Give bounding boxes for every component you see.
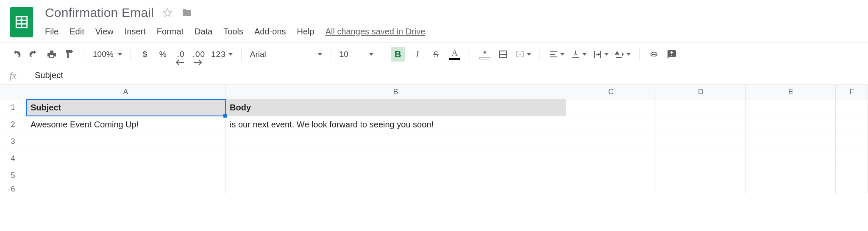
cell-B4[interactable] xyxy=(225,150,566,167)
borders-button[interactable] xyxy=(497,47,509,62)
chevron-down-icon xyxy=(228,53,233,56)
cell-C5[interactable] xyxy=(566,167,656,184)
column-header-D[interactable]: D xyxy=(656,85,746,99)
cell-C6[interactable] xyxy=(566,184,656,194)
cell-A5[interactable] xyxy=(26,167,225,184)
text-rotation-button[interactable] xyxy=(615,47,631,62)
insert-comment-button[interactable] xyxy=(666,47,678,62)
merge-cells-button[interactable] xyxy=(515,47,531,62)
row-header-6[interactable]: 6 xyxy=(0,184,26,194)
cell-D5[interactable] xyxy=(656,167,746,184)
column-header-A[interactable]: A xyxy=(26,85,225,99)
cell-C4[interactable] xyxy=(566,150,656,167)
cell-E3[interactable] xyxy=(746,133,836,150)
column-header-B[interactable]: B xyxy=(225,85,566,99)
print-icon[interactable] xyxy=(46,47,58,62)
cell-E5[interactable] xyxy=(746,167,836,184)
zoom-picker[interactable]: 100% xyxy=(93,50,122,59)
insert-link-button[interactable] xyxy=(648,47,660,62)
menu-addons[interactable]: Add-ons xyxy=(254,27,286,37)
toolbar: 100% $ % .0 .00 123 Arial 10 B I S A xyxy=(0,42,868,66)
increase-decimals-button[interactable]: .00 xyxy=(193,47,205,62)
cell-E1[interactable] xyxy=(746,99,836,116)
cell-F6[interactable] xyxy=(836,184,868,194)
menu-view[interactable]: View xyxy=(95,27,114,37)
chevron-down-icon xyxy=(626,53,631,56)
cell-D4[interactable] xyxy=(656,150,746,167)
document-title[interactable]: Confirmation Email xyxy=(45,6,154,20)
cell-E4[interactable] xyxy=(746,150,836,167)
cell-E6[interactable] xyxy=(746,184,836,194)
font-size-picker[interactable]: 10 xyxy=(339,50,373,59)
vertical-align-button[interactable] xyxy=(570,47,587,62)
row-header-3[interactable]: 3 xyxy=(0,133,26,150)
cell-A2[interactable]: Awesome Event Coming Up! xyxy=(26,116,225,133)
cell-C3[interactable] xyxy=(566,133,656,150)
menu-data[interactable]: Data xyxy=(195,27,212,37)
horizontal-align-button[interactable] xyxy=(548,47,565,62)
cell-C1[interactable] xyxy=(566,99,656,116)
cell-F5[interactable] xyxy=(836,167,868,184)
cell-A6[interactable] xyxy=(26,184,225,194)
cell-A1[interactable]: Subject xyxy=(26,99,225,116)
cell-D3[interactable] xyxy=(656,133,746,150)
cell-A3[interactable] xyxy=(26,133,225,150)
undo-icon[interactable] xyxy=(10,47,22,62)
italic-button[interactable]: I xyxy=(411,47,424,62)
text-color-button[interactable]: A xyxy=(448,48,461,60)
menu-insert[interactable]: Insert xyxy=(125,27,146,37)
row-header-2[interactable]: 2 xyxy=(0,116,26,133)
save-status[interactable]: All changes saved in Drive xyxy=(326,27,426,37)
separator xyxy=(540,48,540,61)
cell-F1[interactable] xyxy=(836,99,868,116)
sheets-app-icon xyxy=(10,7,33,37)
menu-tools[interactable]: Tools xyxy=(223,27,243,37)
separator xyxy=(382,48,382,61)
select-all-corner[interactable] xyxy=(0,85,26,99)
star-icon[interactable] xyxy=(161,7,173,19)
cell-F4[interactable] xyxy=(836,150,868,167)
formula-bar: fx Subject xyxy=(0,66,868,85)
currency-button[interactable]: $ xyxy=(139,47,151,62)
cell-A4[interactable] xyxy=(26,150,225,167)
cell-F3[interactable] xyxy=(836,133,868,150)
svg-rect-5 xyxy=(671,51,672,54)
row-header-1[interactable]: 1 xyxy=(0,99,26,116)
fill-color-button[interactable] xyxy=(479,49,491,59)
cell-D6[interactable] xyxy=(656,184,746,194)
paint-format-icon[interactable] xyxy=(64,47,75,62)
menu-file[interactable]: File xyxy=(45,27,58,37)
zoom-value: 100% xyxy=(93,50,114,59)
formula-content[interactable]: Subject xyxy=(26,70,63,80)
menu-help[interactable]: Help xyxy=(297,27,314,37)
font-picker[interactable]: Arial xyxy=(250,50,322,59)
text-wrap-button[interactable] xyxy=(593,47,609,62)
separator xyxy=(639,48,640,61)
bold-button[interactable]: B xyxy=(391,47,405,62)
cell-B5[interactable] xyxy=(225,167,566,184)
cell-D1[interactable] xyxy=(656,99,746,116)
menu-format[interactable]: Format xyxy=(157,27,184,37)
row-header-4[interactable]: 4 xyxy=(0,150,26,167)
cell-B2[interactable]: is our next event. We look forward to se… xyxy=(225,116,566,133)
cell-D2[interactable] xyxy=(656,116,746,133)
cell-B6[interactable] xyxy=(225,184,566,194)
move-folder-icon[interactable] xyxy=(181,7,193,19)
chevron-down-icon xyxy=(604,53,609,56)
percent-button[interactable]: % xyxy=(157,47,169,62)
column-header-C[interactable]: C xyxy=(566,85,656,99)
number-format-picker[interactable]: 123 xyxy=(211,47,233,62)
cell-C2[interactable] xyxy=(566,116,656,133)
decrease-decimals-button[interactable]: .0 xyxy=(175,47,187,62)
cell-B3[interactable] xyxy=(225,133,566,150)
column-header-E[interactable]: E xyxy=(746,85,836,99)
strikethrough-button[interactable]: S xyxy=(430,47,442,62)
cell-E2[interactable] xyxy=(746,116,836,133)
title-row: Confirmation Email xyxy=(45,4,425,21)
row-header-5[interactable]: 5 xyxy=(0,167,26,184)
cell-F2[interactable] xyxy=(836,116,868,133)
redo-icon[interactable] xyxy=(28,47,40,62)
menu-edit[interactable]: Edit xyxy=(70,27,84,37)
column-header-F[interactable]: F xyxy=(836,85,868,99)
cell-B1[interactable]: Body xyxy=(225,99,566,116)
